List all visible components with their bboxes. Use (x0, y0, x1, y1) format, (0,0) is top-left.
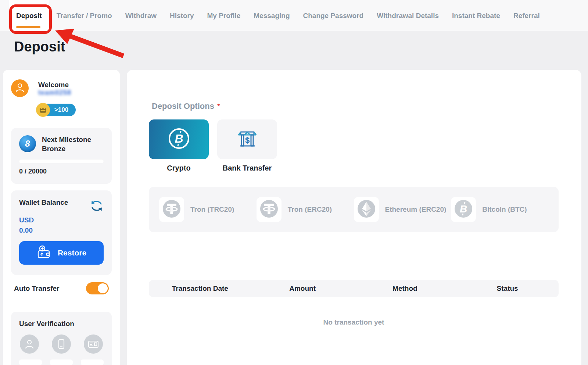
tab-withdraw[interactable]: Withdraw (125, 0, 157, 31)
sidebar: Welcome team0258 >100 8 Next Milestone B… (3, 70, 120, 365)
column-status: Status (456, 285, 559, 293)
tab-messaging[interactable]: Messaging (254, 0, 290, 31)
welcome-card: Welcome team0258 >100 (11, 75, 112, 117)
tab-referral[interactable]: Referral (513, 0, 540, 31)
crypto-network-list: Tron (TRC20) Tron (ERC20) (149, 187, 559, 232)
auto-transfer-row: Auto Transfer (11, 282, 112, 294)
tab-withdrawal-details[interactable]: Withdrawal Details (377, 0, 439, 31)
bank-icon: $ (236, 128, 258, 151)
milestone-title: Next Milestone (42, 135, 91, 144)
level-badge: >100 (36, 103, 76, 117)
network-ethereum-erc20[interactable]: Ethereum (ERC20) (354, 197, 451, 222)
required-asterisk: * (217, 102, 220, 110)
verify-phone-action[interactable] (50, 359, 73, 365)
bitcoin-icon: B (167, 126, 191, 152)
ethereum-icon (357, 199, 376, 220)
user-icon (14, 82, 25, 94)
deposit-option-bank-transfer[interactable]: $ Bank Transfer (217, 119, 277, 172)
tab-history[interactable]: History (170, 0, 194, 31)
network-tron-trc20[interactable]: Tron (TRC20) (159, 197, 257, 222)
svg-text:B: B (460, 203, 467, 215)
username-redacted: team0258 (38, 89, 71, 97)
network-tron-erc20[interactable]: Tron (ERC20) (257, 197, 354, 222)
verify-identity-icon[interactable] (20, 334, 39, 354)
bank-transfer-option-label: Bank Transfer (223, 164, 272, 172)
column-transaction-date: Transaction Date (149, 285, 251, 293)
wallet-card: Wallet Balance USD 0.00 (11, 190, 112, 275)
verify-phone-icon[interactable] (52, 334, 71, 354)
refresh-icon[interactable] (90, 199, 104, 214)
column-method: Method (354, 285, 456, 293)
tab-instant-rebate[interactable]: Instant Rebate (452, 0, 500, 31)
wallet-balance-title: Wallet Balance (19, 198, 68, 207)
milestone-progress-bar (19, 159, 104, 163)
wallet-icon (36, 245, 52, 261)
network-bitcoin-btc[interactable]: B Bitcoin (BTC) (451, 197, 548, 222)
top-navigation: Deposit Transfer / Promo Withdraw Histor… (0, 0, 588, 31)
crown-icon (36, 103, 50, 117)
network-label: Tron (ERC20) (288, 205, 332, 214)
milestone-progress-count: 0 / 20000 (19, 168, 104, 175)
avatar (11, 79, 29, 97)
tether-icon (259, 199, 279, 220)
tab-deposit[interactable]: Deposit (9, 0, 49, 31)
deposit-content-panel: Deposit Options* B Crypto (127, 70, 581, 365)
network-label: Tron (TRC20) (190, 205, 234, 214)
milestone-card: 8 Next Milestone Bronze 0 / 20000 (11, 128, 112, 184)
tether-icon (162, 199, 181, 220)
svg-text:$: $ (245, 136, 249, 145)
crypto-option-label: Crypto (167, 164, 190, 172)
empty-transactions-message: No transaction yet (149, 318, 559, 326)
milestone-tier: Bronze (42, 144, 91, 154)
wallet-currency: USD (19, 216, 104, 224)
network-label: Ethereum (ERC20) (385, 205, 447, 214)
svg-text:B: B (175, 132, 183, 145)
deposit-option-crypto[interactable]: B Crypto (149, 119, 209, 172)
auto-transfer-toggle[interactable] (86, 282, 109, 294)
verify-identity-action[interactable] (19, 359, 42, 365)
bitcoin-icon: B (454, 199, 473, 220)
wallet-amount: 0.00 (19, 226, 104, 235)
user-verification-card: User Verification (11, 312, 112, 365)
restore-button[interactable]: Restore (19, 241, 104, 265)
deposit-options-label: Deposit Options* (152, 101, 220, 111)
tab-change-password[interactable]: Change Password (303, 0, 364, 31)
welcome-greeting: Welcome (38, 81, 71, 89)
column-amount: Amount (251, 285, 354, 293)
verify-id-card-icon[interactable] (84, 334, 103, 354)
verify-id-card-action[interactable] (81, 359, 104, 365)
tab-my-profile[interactable]: My Profile (207, 0, 240, 31)
transactions-table-header: Transaction Date Amount Method Status (149, 280, 559, 297)
tab-transfer-promo[interactable]: Transfer / Promo (57, 0, 112, 31)
network-label: Bitcoin (BTC) (482, 205, 527, 214)
milestone-coin-icon: 8 (19, 135, 36, 152)
user-verification-title: User Verification (19, 320, 104, 328)
restore-button-label: Restore (58, 248, 86, 257)
page-title: Deposit (14, 39, 65, 55)
auto-transfer-label: Auto Transfer (14, 285, 60, 293)
